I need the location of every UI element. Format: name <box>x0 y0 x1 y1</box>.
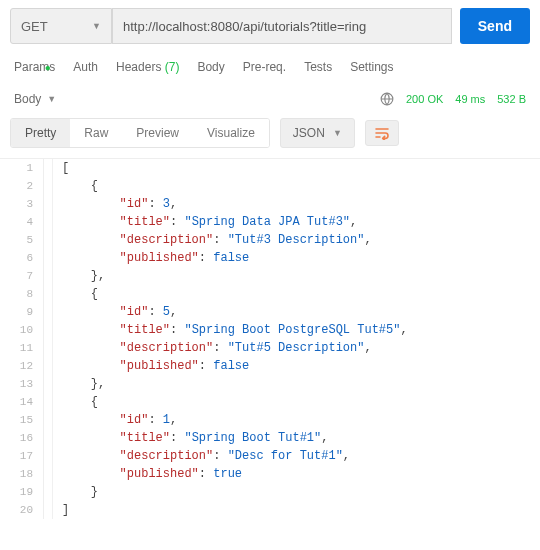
tab-headers[interactable]: Headers (7) <box>116 60 179 74</box>
url-input[interactable] <box>112 8 452 44</box>
response-view-select[interactable]: Body ▼ <box>14 92 56 106</box>
code-line: 2 { <box>0 177 540 195</box>
line-number: 2 <box>0 177 44 195</box>
line-number: 20 <box>0 501 44 519</box>
format-tab-visualize[interactable]: Visualize <box>193 119 269 147</box>
tab-params[interactable]: Params ● <box>14 60 55 74</box>
tab-auth[interactable]: Auth <box>73 60 98 74</box>
tab-body[interactable]: Body <box>197 60 224 74</box>
tab-settings[interactable]: Settings <box>350 60 393 74</box>
line-number: 10 <box>0 321 44 339</box>
code-content: { <box>44 177 98 195</box>
response-size: 532 B <box>497 93 526 105</box>
code-content: "title": "Spring Boot Tut#1", <box>44 429 328 447</box>
code-content: "description": "Tut#5 Description", <box>44 339 372 357</box>
chevron-down-icon: ▼ <box>47 94 56 104</box>
code-content: { <box>44 393 98 411</box>
code-line: 3 "id": 3, <box>0 195 540 213</box>
code-line: 19 } <box>0 483 540 501</box>
wrap-lines-button[interactable] <box>365 120 399 146</box>
line-number: 13 <box>0 375 44 393</box>
chevron-down-icon: ▼ <box>92 21 101 31</box>
code-line: 9 "id": 5, <box>0 303 540 321</box>
code-line: 14 { <box>0 393 540 411</box>
line-number: 16 <box>0 429 44 447</box>
response-time: 49 ms <box>455 93 485 105</box>
line-number: 19 <box>0 483 44 501</box>
code-line: 8 { <box>0 285 540 303</box>
code-line: 10 "title": "Spring Boot PostgreSQL Tut#… <box>0 321 540 339</box>
code-content: "id": 5, <box>44 303 177 321</box>
code-content: }, <box>44 267 105 285</box>
response-body-editor[interactable]: 1[2 {3 "id": 3,4 "title": "Spring Data J… <box>0 158 540 519</box>
code-line: 11 "description": "Tut#5 Description", <box>0 339 540 357</box>
format-tabs: Pretty Raw Preview Visualize <box>10 118 270 148</box>
code-line: 15 "id": 1, <box>0 411 540 429</box>
code-line: 7 }, <box>0 267 540 285</box>
send-button[interactable]: Send <box>460 8 530 44</box>
line-number: 15 <box>0 411 44 429</box>
line-number: 3 <box>0 195 44 213</box>
line-number: 5 <box>0 231 44 249</box>
format-tab-preview[interactable]: Preview <box>122 119 193 147</box>
line-number: 6 <box>0 249 44 267</box>
line-number: 12 <box>0 357 44 375</box>
code-line: 1[ <box>0 159 540 177</box>
code-line: 18 "published": true <box>0 465 540 483</box>
request-tabs: Params ● Auth Headers (7) Body Pre-req. … <box>0 52 540 86</box>
language-select[interactable]: JSON ▼ <box>280 118 355 148</box>
line-number: 18 <box>0 465 44 483</box>
code-line: 13 }, <box>0 375 540 393</box>
code-line: 20] <box>0 501 540 519</box>
code-line: 4 "title": "Spring Data JPA Tut#3", <box>0 213 540 231</box>
line-number: 1 <box>0 159 44 177</box>
code-content: "id": 1, <box>44 411 177 429</box>
status-code: 200 OK <box>406 93 443 105</box>
tab-tests[interactable]: Tests <box>304 60 332 74</box>
code-content: "id": 3, <box>44 195 177 213</box>
code-content: }, <box>44 375 105 393</box>
code-content: { <box>44 285 98 303</box>
line-number: 17 <box>0 447 44 465</box>
code-line: 16 "title": "Spring Boot Tut#1", <box>0 429 540 447</box>
code-line: 17 "description": "Desc for Tut#1", <box>0 447 540 465</box>
globe-icon[interactable] <box>380 92 394 106</box>
line-number: 4 <box>0 213 44 231</box>
code-content: "published": false <box>44 357 249 375</box>
chevron-down-icon: ▼ <box>333 128 342 138</box>
code-content: "description": "Tut#3 Description", <box>44 231 372 249</box>
code-content: "title": "Spring Boot PostgreSQL Tut#5", <box>44 321 408 339</box>
http-method-select[interactable]: GET ▼ <box>10 8 112 44</box>
line-number: 8 <box>0 285 44 303</box>
code-content: [ <box>44 159 69 177</box>
code-content: "published": true <box>44 465 242 483</box>
code-content: } <box>44 483 98 501</box>
code-content: "title": "Spring Data JPA Tut#3", <box>44 213 357 231</box>
code-line: 6 "published": false <box>0 249 540 267</box>
format-tab-pretty[interactable]: Pretty <box>11 119 70 147</box>
line-number: 14 <box>0 393 44 411</box>
code-line: 12 "published": false <box>0 357 540 375</box>
code-line: 5 "description": "Tut#3 Description", <box>0 231 540 249</box>
code-content: ] <box>44 501 69 519</box>
params-active-dot-icon: ● <box>45 62 51 73</box>
line-number: 11 <box>0 339 44 357</box>
tab-prereq[interactable]: Pre-req. <box>243 60 286 74</box>
code-content: "published": false <box>44 249 249 267</box>
line-number: 9 <box>0 303 44 321</box>
line-number: 7 <box>0 267 44 285</box>
code-content: "description": "Desc for Tut#1", <box>44 447 350 465</box>
http-method-value: GET <box>21 19 48 34</box>
format-tab-raw[interactable]: Raw <box>70 119 122 147</box>
